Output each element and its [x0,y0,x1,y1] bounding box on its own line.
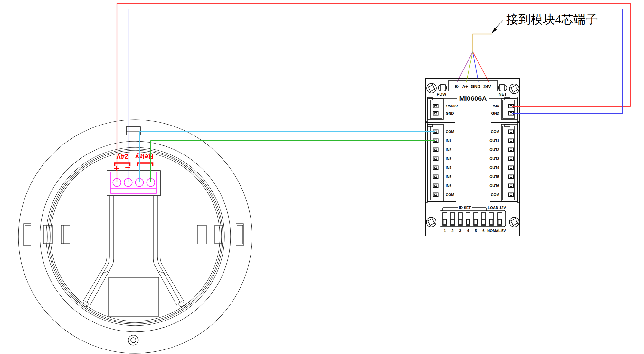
dip-switch-3 [458,213,462,225]
label-out4: OUT4 [489,166,499,170]
label-in6: IN6 [446,184,451,188]
pin-com-right-top [509,130,514,134]
io-module: B- A+ GND 24V POW NET MI0606A [425,78,520,236]
fan-wire-24v-red [473,52,489,82]
wire-gnd-blue [128,9,623,182]
top-pin-24v-label: 24V [483,84,491,89]
load-12v-label: LOAD 12V [488,206,506,210]
id-set-label: ID SET [459,206,471,210]
pow-label: POW [437,92,446,97]
label-com-left-bottom: COM [446,193,454,197]
annotation-text: 接到模块4芯端子 [506,13,598,26]
mounting-slot-right-middle [215,225,223,244]
mounting-slot-right-outer [236,224,243,246]
pin-in5 [433,175,438,179]
dip-label-2: 2 [451,229,453,233]
dip-label-1: 1 [444,229,446,233]
label-out6: OUT6 [489,184,499,188]
pin-out4 [509,166,514,170]
pin-com-right-bottom [509,193,514,197]
dip-switch-4 [466,213,470,225]
top-pin-b-label: B- [455,84,459,89]
pin-com-left-bottom [433,193,438,197]
pin-out5 [509,175,514,179]
funnel-neck [83,196,184,307]
label-24v: 24V [493,104,500,108]
wires [117,3,630,182]
pin-in2 [433,148,438,152]
label-gnd-left: GND [446,111,454,115]
dip-switch-2 [450,213,455,225]
wire-com-cyan [139,132,435,182]
top-pin-a-label: A+ [462,84,468,89]
terminal-block-4pin [111,172,156,193]
fan-wire-a-chartreuse [466,52,473,82]
wire-24v-red [117,3,630,182]
pin-out2 [509,148,514,152]
label-in1: IN1 [446,139,452,143]
label-com-right-bottom: COM [491,193,499,197]
wire-bus-tan [473,34,492,52]
screw-bottom-left [426,217,436,227]
detector-base: 24V Relay + − [18,120,252,353]
base-groove-ring-3 [49,150,222,323]
base-inner-ring [51,152,220,321]
wire-in1-green [151,141,435,182]
screw-top-right [509,84,519,94]
base-center-box [109,277,159,316]
label-gnd-right: GND [491,111,499,115]
label-out2: OUT2 [489,148,499,152]
label-in2: IN2 [446,148,451,152]
dip-switch-nomal [489,213,493,225]
dip-label-6: 6 [482,229,484,233]
label-24v-rotated: 24V [116,153,128,161]
pin-in4 [433,166,438,170]
annotation-callout: 接到模块4芯端子 [491,13,598,33]
dip-switch-5v [498,213,502,225]
dip-label-5v: 5V [501,229,506,233]
label-in4: IN4 [446,166,452,170]
dip-label-nomal: NOMAL [487,229,501,233]
arrow-shaft [495,21,503,29]
label-in5: IN5 [446,175,452,179]
label-out5: OUT5 [489,175,499,179]
wiring-diagram-page: 24V Relay + − B- A+ GND 24V POW [0,0,644,354]
mounting-slot-left-outer [24,224,31,246]
dip-label-4: 4 [467,229,469,233]
dip-label-5: 5 [475,229,477,233]
label-out1: OUT1 [489,139,499,143]
module-title: MI0606A [459,95,487,102]
pin-gnd-left [433,112,438,115]
fan-wire-gnd-blue [473,52,478,82]
pin-out1 [509,139,514,143]
screw-bottom-right [509,217,519,227]
pin-out6 [509,184,514,188]
fan-wire-b-purple [457,52,473,82]
mounting-slot-left-inner [61,225,70,244]
pin-in3 [433,157,438,161]
pin-12v5v [433,105,438,108]
label-in3: IN3 [446,157,451,161]
label-12v5v: 12V/5V [446,104,458,108]
label-com-left-top: COM [446,130,454,134]
net-label: NET [499,92,507,97]
base-groove-ring-1 [46,147,224,326]
base-screw-hole [128,335,138,345]
label-com-right-top: COM [491,130,499,134]
screw-top-left [427,83,436,93]
dip-switch-1 [443,213,447,225]
wiring-diagram-canvas: 24V Relay + − B- A+ GND 24V POW [0,0,644,354]
dip-label-3: 3 [459,229,461,233]
terminal-channel [107,171,160,196]
dip-switch-5 [474,213,478,225]
pin-out3 [509,157,514,161]
base-second-ring [40,141,231,332]
mounting-slot-right-inner [197,225,206,244]
label-out3: OUT3 [489,157,499,161]
dip-switch-6 [481,213,486,225]
top-pin-gnd-label: GND [471,84,480,89]
pin-in6 [433,184,438,188]
